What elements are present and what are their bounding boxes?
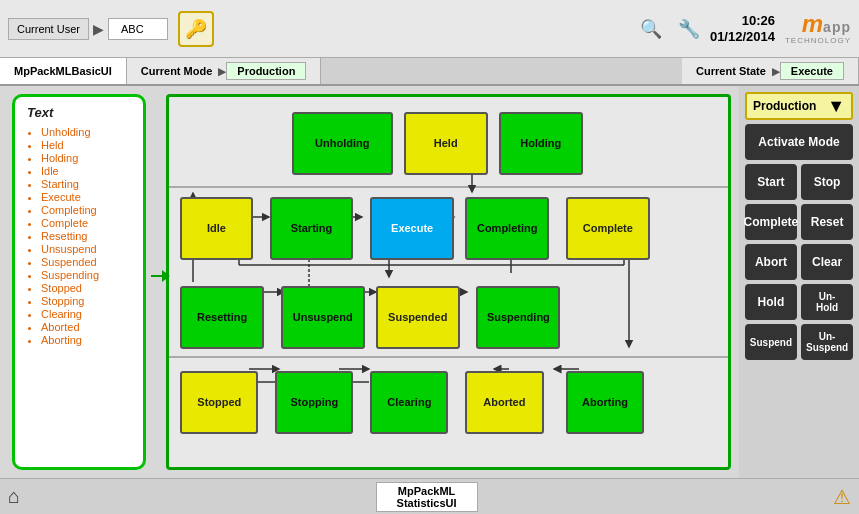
home-icon[interactable]: ⌂ (8, 485, 20, 508)
start-stop-row: Start Stop (745, 164, 853, 200)
hold-unhold-row: Hold Un- Hold (745, 284, 853, 320)
state-stopping[interactable]: Stopping (275, 371, 353, 434)
complete-reset-row: Complete Reset (745, 204, 853, 240)
current-state-value: Execute (780, 62, 844, 80)
tab-current-mode[interactable]: Current Mode ▶ Production (127, 58, 322, 84)
suspend-button[interactable]: Suspend (745, 324, 797, 360)
state-clearing[interactable]: Clearing (370, 371, 448, 434)
list-item-resetting[interactable]: Resetting (41, 230, 131, 242)
current-user-label: Current User (8, 18, 89, 40)
state-list: Unholding Held Holding Idle Starting Exe… (27, 126, 131, 346)
diagram-box: Unholding Held Holding Idle Starting Exe… (166, 94, 731, 470)
state-aborting[interactable]: Aborting (566, 371, 644, 434)
abort-button[interactable]: Abort (745, 244, 797, 280)
list-item-unholding[interactable]: Unholding (41, 126, 131, 138)
list-title: Text (27, 105, 131, 120)
list-item-suspending[interactable]: Suspending (41, 269, 131, 281)
list-item-suspended[interactable]: Suspended (41, 256, 131, 268)
header-time: 10:26 01/12/2014 (710, 13, 775, 44)
state-starting[interactable]: Starting (270, 197, 354, 260)
state-idle[interactable]: Idle (180, 197, 253, 260)
suspend-unsuspend-row: Suspend Un- Suspend (745, 324, 853, 360)
tab-current-state[interactable]: Current State ▶ Execute (682, 58, 859, 84)
state-unsuspend[interactable]: Unsuspend (281, 286, 365, 349)
state-aborted[interactable]: Aborted (465, 371, 543, 434)
list-item-stopping[interactable]: Stopping (41, 295, 131, 307)
abort-clear-row: Abort Clear (745, 244, 853, 280)
state-execute[interactable]: Execute (370, 197, 454, 260)
state-resetting[interactable]: Resetting (180, 286, 264, 349)
hold-button[interactable]: Hold (745, 284, 797, 320)
settings-icon[interactable]: 🔧 (678, 18, 700, 40)
center-area: Unholding Held Holding Idle Starting Exe… (158, 86, 739, 478)
dropdown-arrow-icon: ▼ (827, 96, 845, 117)
state-suspended[interactable]: Suspended (376, 286, 460, 349)
activate-mode-button[interactable]: Activate Mode (745, 124, 853, 160)
list-item-holding[interactable]: Holding (41, 152, 131, 164)
list-item-completing[interactable]: Completing (41, 204, 131, 216)
state-list-box: Text Unholding Held Holding Idle Startin… (12, 94, 146, 470)
footer: ⌂ MpPackML StatisticsUI ⚠ (0, 478, 859, 514)
state-completing[interactable]: Completing (465, 197, 549, 260)
key-button[interactable]: 🔑 (178, 11, 214, 47)
reset-button[interactable]: Reset (801, 204, 853, 240)
list-item-aborting[interactable]: Aborting (41, 334, 131, 346)
state-complete[interactable]: Complete (566, 197, 650, 260)
left-panel: Text Unholding Held Holding Idle Startin… (0, 86, 158, 478)
complete-button[interactable]: Complete (745, 204, 797, 240)
unsuspend-button[interactable]: Un- Suspend (801, 324, 853, 360)
list-item-complete[interactable]: Complete (41, 217, 131, 229)
search-icon[interactable]: 🔍 (640, 18, 662, 40)
warning-icon[interactable]: ⚠ (833, 485, 851, 509)
state-unholding[interactable]: Unholding (292, 112, 393, 175)
separator-h2 (169, 356, 728, 358)
main-area: Text Unholding Held Holding Idle Startin… (0, 86, 859, 478)
mapp-logo: mapp TECHNOLOGY (785, 12, 851, 45)
list-item-clearing[interactable]: Clearing (41, 308, 131, 320)
state-stopped[interactable]: Stopped (180, 371, 258, 434)
user-section: Current User ▶ ABC (8, 18, 168, 40)
tab-mppackml[interactable]: MpPackMLBasicUI (0, 58, 127, 84)
current-mode-value: Production (226, 62, 306, 80)
start-button[interactable]: Start (745, 164, 797, 200)
state-suspending[interactable]: Suspending (476, 286, 560, 349)
list-item-aborted[interactable]: Aborted (41, 321, 131, 333)
state-held[interactable]: Held (404, 112, 488, 175)
statistics-ui-button[interactable]: MpPackML StatisticsUI (376, 482, 478, 512)
list-item-stopped[interactable]: Stopped (41, 282, 131, 294)
right-panel: Production ▼ Activate Mode Start Stop Co… (739, 86, 859, 478)
header: Current User ▶ ABC 🔑 🔍 🔧 10:26 01/12/201… (0, 0, 859, 58)
header-icons: 🔍 🔧 (640, 18, 700, 40)
left-arrow (151, 275, 169, 277)
list-item-execute[interactable]: Execute (41, 191, 131, 203)
user-value: ABC (108, 18, 168, 40)
separator-h1 (169, 186, 728, 188)
list-item-idle[interactable]: Idle (41, 165, 131, 177)
stop-button[interactable]: Stop (801, 164, 853, 200)
list-item-unsuspend[interactable]: Unsuspend (41, 243, 131, 255)
unhold-button[interactable]: Un- Hold (801, 284, 853, 320)
nav-tabs: MpPackMLBasicUI Current Mode ▶ Productio… (0, 58, 859, 86)
list-item-held[interactable]: Held (41, 139, 131, 151)
clear-button[interactable]: Clear (801, 244, 853, 280)
state-holding[interactable]: Holding (499, 112, 583, 175)
user-arrow: ▶ (93, 21, 104, 37)
list-item-starting[interactable]: Starting (41, 178, 131, 190)
mode-dropdown[interactable]: Production ▼ (745, 92, 853, 120)
